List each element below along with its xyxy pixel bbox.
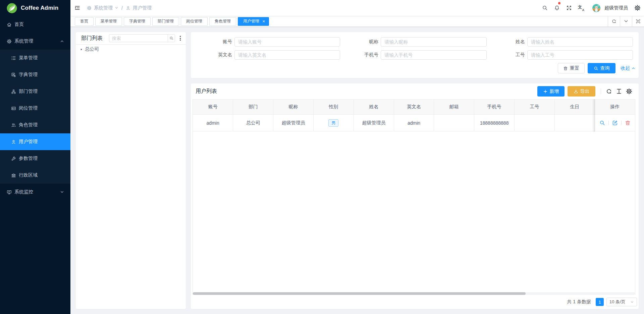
delete-icon[interactable] [625,120,631,126]
tree-node-root[interactable]: 总公司 [76,45,186,53]
reset-button[interactable]: 重置 [558,63,585,73]
column-header-email: 邮箱 [434,100,474,115]
column-header-birthday: 生日 [554,100,595,115]
collapse-form-link[interactable]: 收起 [621,65,635,71]
refresh-icon [611,19,616,24]
tab-user-mgmt[interactable]: 用户管理 [238,17,269,26]
nickname-field[interactable] [381,37,486,47]
search-form-panel: 账号 昵称 姓名 英文名 手机号 工号 [191,32,639,78]
sidebar-item-role-mgmt[interactable]: 角色管理 [0,117,70,133]
add-user-button[interactable]: 新增 [537,86,565,97]
fullscreen-button[interactable] [563,0,575,16]
dictionary-icon [11,72,16,77]
bell-icon [554,5,560,11]
sidebar-item-dept-mgmt[interactable]: 部门管理 [0,83,70,100]
tags-view-bar: 首页 菜单管理 字典管理 部门管理 岗位管理 角色管理 用户管理 [70,16,644,27]
sidebar-item-post-mgmt[interactable]: 岗位管理 [0,100,70,117]
sidebar-item-label: 部门管理 [19,88,38,95]
tab-home[interactable]: 首页 [75,17,94,26]
header-search-button[interactable] [539,0,551,16]
close-icon[interactable] [262,19,266,23]
kebab-menu-icon[interactable] [178,34,182,42]
maximize-content-button[interactable] [632,16,644,26]
tab-menu-mgmt[interactable]: 菜单管理 [95,17,122,26]
sidebar-item-param-mgmt[interactable]: 参数管理 [0,150,70,167]
tab-dict-mgmt[interactable]: 字典管理 [124,17,151,26]
row-density-button[interactable] [616,88,622,95]
translate-icon: 文A [578,5,584,11]
breadcrumb-page: 用户管理 [133,5,152,11]
sidebar-group-monitor[interactable]: 系统监控 [0,184,70,200]
edit-icon[interactable] [612,120,618,126]
scrollbar-thumb[interactable] [193,292,526,295]
id-card-icon [11,106,16,111]
avatar[interactable] [592,4,600,12]
sidebar-item-dict-mgmt[interactable]: 字典管理 [0,66,70,83]
language-switch-button[interactable]: 文A [575,0,587,16]
cell-phone: 18888888888 [474,115,515,131]
gear-icon [634,5,641,11]
sidebar-item-label: 菜单管理 [19,55,38,61]
gender-badge: 男 [328,119,338,127]
field-label: 手机号 [341,52,378,58]
sidebar-item-home[interactable]: 首页 [0,16,70,33]
search-icon [169,36,173,40]
sidebar-group-label: 系统管理 [14,38,33,44]
table-toolbar: 新增 导出 [537,86,632,97]
notification-badge [558,2,560,4]
tabs-menu-button[interactable] [620,16,632,26]
account-field[interactable] [234,37,340,47]
breadcrumb-section[interactable]: 系统管理 [94,5,113,11]
tab-label: 角色管理 [215,18,231,24]
logo[interactable]: Coffee Admin [0,0,70,16]
page-size-select[interactable]: 10 条/页 [606,298,637,306]
query-button[interactable]: 查询 [588,63,615,73]
action-divider [608,121,609,125]
plus-icon [543,89,548,94]
tabs-controls [608,16,644,26]
main-content: 部门列表 总公司 账号 昵称 [70,27,644,314]
sidebar-item-menu-mgmt[interactable]: 菜单管理 [0,50,70,66]
sidebar-item-label: 行政区域 [19,172,38,178]
search-icon [594,66,598,71]
department-search-button[interactable] [168,34,175,42]
tab-post-mgmt[interactable]: 岗位管理 [181,17,208,26]
refresh-tab-button[interactable] [608,16,620,26]
cell-nickname: 超级管理员 [273,115,314,131]
add-label: 新增 [550,88,559,95]
sidebar-collapse-button[interactable] [70,0,84,16]
tab-role-mgmt[interactable]: 角色管理 [209,17,236,26]
field-label: 姓名 [488,39,525,45]
sidebar-submenu-system: 菜单管理 字典管理 部门管理 岗位管理 [0,50,70,184]
user-name[interactable]: 超级管理员 [604,5,628,11]
form-item-job-number: 工号 [488,50,633,60]
chevron-up-icon [60,39,64,43]
trash-icon [563,66,568,71]
form-item-name: 姓名 [488,37,633,47]
name-field[interactable] [527,37,633,47]
job-number-field[interactable] [527,50,633,60]
tab-dept-mgmt[interactable]: 部门管理 [152,17,179,26]
page-number-button[interactable]: 1 [596,298,604,306]
sidebar-item-label: 角色管理 [19,122,38,128]
phone-field[interactable] [381,50,486,60]
chevron-down-icon [115,6,118,10]
sidebar-group-system[interactable]: 系统管理 [0,33,70,50]
column-header-actions: 操作 [595,100,635,115]
settings-button[interactable] [633,5,641,11]
column-header-phone: 手机号 [474,100,515,115]
view-icon[interactable] [599,120,605,126]
export-button[interactable]: 导出 [568,86,595,97]
tab-label: 菜单管理 [101,18,117,24]
notifications-button[interactable] [551,0,563,16]
sidebar-item-admin-region[interactable]: 行政区域 [0,167,70,184]
home-icon [7,22,12,27]
english-name-field[interactable] [234,50,340,60]
cell-job-number [515,115,555,131]
column-settings-button[interactable] [626,88,632,95]
caret-right-icon[interactable] [80,48,83,51]
sidebar-item-user-mgmt[interactable]: 用户管理 [0,133,70,150]
refresh-table-button[interactable] [606,88,612,95]
department-search-input[interactable] [109,34,168,42]
department-panel-title: 部门列表 [81,35,103,42]
